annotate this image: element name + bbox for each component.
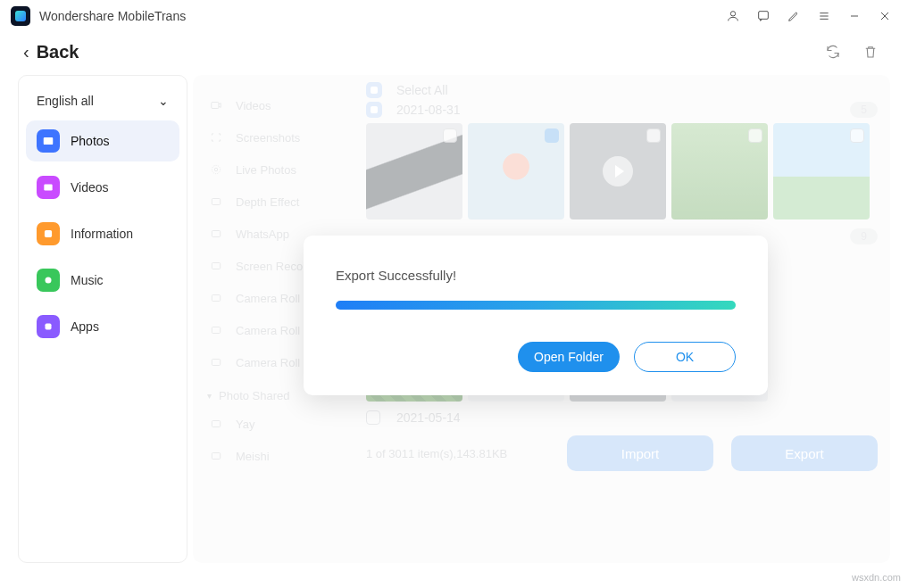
ok-button[interactable]: OK — [634, 342, 736, 372]
information-icon — [37, 222, 60, 245]
watermark: wsxdn.com — [852, 572, 901, 583]
sidebar-item-music[interactable]: Music — [26, 260, 179, 301]
sidebar-item-photos[interactable]: Photos — [26, 120, 179, 161]
edit-icon[interactable] — [781, 4, 806, 29]
videos-icon — [37, 176, 60, 199]
svg-rect-1 — [759, 12, 769, 20]
language-filter[interactable]: English all ⌄ — [26, 88, 179, 120]
sidebar-item-label: Photos — [71, 134, 110, 148]
progress-bar — [336, 301, 736, 310]
svg-point-0 — [730, 12, 735, 16]
sidebar-item-label: Music — [71, 273, 104, 287]
menu-icon[interactable] — [812, 4, 837, 29]
dialog-title: Export Successfully! — [336, 268, 736, 283]
svg-point-5 — [46, 277, 52, 284]
back-button[interactable]: ‹ Back — [23, 42, 79, 62]
sidebar-item-information[interactable]: Information — [26, 213, 179, 254]
titlebar: Wondershare MobileTrans — [0, 0, 908, 32]
feedback-icon[interactable] — [751, 4, 776, 29]
minimize-icon[interactable] — [842, 4, 867, 29]
svg-rect-3 — [44, 185, 52, 191]
sidebar-item-label: Apps — [71, 319, 99, 334]
chevron-left-icon: ‹ — [23, 42, 29, 62]
dialog-actions: Open Folder OK — [336, 342, 736, 372]
close-icon[interactable] — [872, 4, 897, 29]
photos-icon — [37, 129, 60, 153]
back-label: Back — [37, 42, 79, 62]
refresh-icon[interactable] — [819, 37, 847, 66]
export-success-dialog: Export Successfully! Open Folder OK — [304, 236, 768, 395]
sidebar-item-videos[interactable]: Videos — [26, 167, 179, 208]
sidebar: English all ⌄ Photos Videos Information … — [18, 75, 187, 563]
app-title: Wondershare MobileTrans — [39, 9, 186, 23]
chevron-down-icon: ⌄ — [158, 94, 169, 108]
svg-rect-2 — [44, 137, 54, 145]
back-bar: ‹ Back — [0, 32, 908, 75]
svg-rect-6 — [46, 324, 52, 330]
open-folder-button[interactable]: Open Folder — [518, 342, 620, 372]
user-icon[interactable] — [721, 4, 746, 29]
music-icon — [37, 269, 60, 292]
filter-label: English all — [37, 94, 94, 108]
apps-icon — [37, 315, 60, 338]
delete-icon[interactable] — [856, 37, 885, 66]
app-logo — [11, 6, 30, 26]
sidebar-item-apps[interactable]: Apps — [26, 306, 179, 347]
sidebar-item-label: Videos — [71, 180, 109, 195]
svg-rect-4 — [45, 230, 52, 237]
sidebar-item-label: Information — [71, 227, 133, 241]
